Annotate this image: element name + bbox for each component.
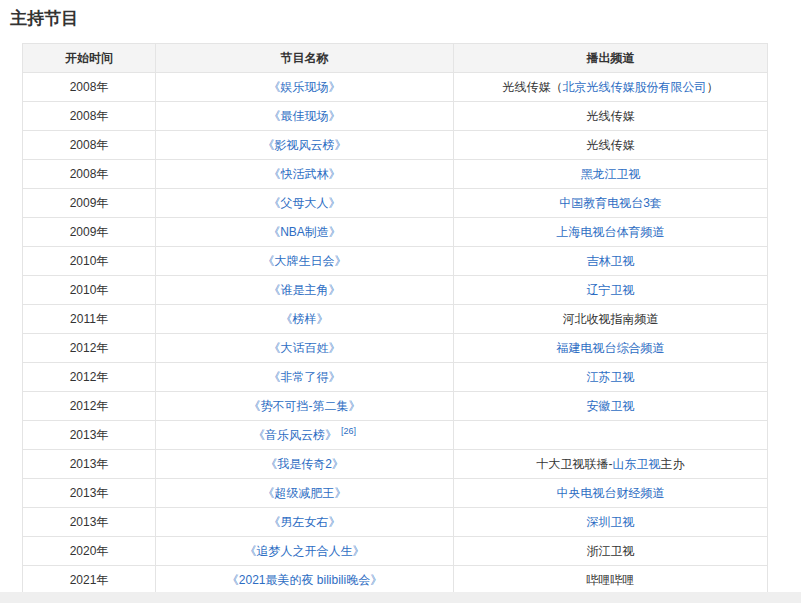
channel-link[interactable]: 上海电视台体育频道 (557, 225, 665, 239)
table-row: 2009年《父母大人》中国教育电视台3套 (23, 189, 768, 218)
cell-program-name: 《娱乐现场》 (156, 73, 454, 102)
table-row: 2012年《非常了得》江苏卫视 (23, 363, 768, 392)
cell-program-name: 《影视风云榜》 (156, 131, 454, 160)
table-row: 2013年《我是传奇2》十大卫视联播-山东卫视主办 (23, 450, 768, 479)
cell-broadcast-channel: 辽宁卫视 (454, 276, 768, 305)
cell-program-name: 《父母大人》 (156, 189, 454, 218)
program-link[interactable]: 《音乐风云榜》 (253, 428, 337, 442)
channel-link[interactable]: 江苏卫视 (587, 370, 635, 384)
cell-start-time: 2008年 (23, 102, 156, 131)
table-row: 2009年《NBA制造》上海电视台体育频道 (23, 218, 768, 247)
program-link[interactable]: 《超级减肥王》 (263, 486, 347, 500)
table-row: 2008年《影视风云榜》光线传媒 (23, 131, 768, 160)
cell-program-name: 《音乐风云榜》[26] (156, 421, 454, 450)
channel-link[interactable]: 中国教育电视台3套 (559, 196, 662, 210)
cell-start-time: 2012年 (23, 363, 156, 392)
cell-broadcast-channel: 光线传媒 (454, 102, 768, 131)
cell-start-time: 2008年 (23, 73, 156, 102)
program-link[interactable]: 《男左女右》 (269, 515, 341, 529)
program-link[interactable]: 《影视风云榜》 (263, 138, 347, 152)
column-header-start-time: 开始时间 (23, 44, 156, 73)
table-row: 2013年《男左女右》深圳卫视 (23, 508, 768, 537)
bottom-strip (0, 592, 801, 603)
cell-broadcast-channel: 上海电视台体育频道 (454, 218, 768, 247)
section-title: 主持节目 (10, 8, 801, 30)
table-row: 2020年《追梦人之开合人生》浙江卫视 (23, 537, 768, 566)
cell-start-time: 2008年 (23, 160, 156, 189)
program-link[interactable]: 《父母大人》 (269, 196, 341, 210)
program-link[interactable]: 《NBA制造》 (268, 225, 341, 239)
channel-text: 十大卫视联播- (537, 457, 613, 471)
cell-program-name: 《大话百姓》 (156, 334, 454, 363)
program-link[interactable]: 《大牌生日会》 (263, 254, 347, 268)
cell-broadcast-channel: 浙江卫视 (454, 537, 768, 566)
program-link[interactable]: 《追梦人之开合人生》 (245, 544, 365, 558)
program-link[interactable]: 《2021最美的夜 bilibili晚会》 (227, 573, 382, 587)
cell-program-name: 《非常了得》 (156, 363, 454, 392)
cell-broadcast-channel: 光线传媒 (454, 131, 768, 160)
cell-start-time: 2013年 (23, 450, 156, 479)
cell-start-time: 2012年 (23, 392, 156, 421)
channel-link[interactable]: 辽宁卫视 (587, 283, 635, 297)
cell-program-name: 《快活武林》 (156, 160, 454, 189)
table-row: 2012年《势不可挡-第二集》安徽卫视 (23, 392, 768, 421)
cell-program-name: 《超级减肥王》 (156, 479, 454, 508)
cell-start-time: 2009年 (23, 189, 156, 218)
channel-text: 河北收视指南频道 (563, 312, 659, 326)
program-link[interactable]: 《榜样》 (281, 312, 329, 326)
channel-link[interactable]: 黑龙江卫视 (581, 167, 641, 181)
channel-link[interactable]: 吉林卫视 (587, 254, 635, 268)
table-row: 2021年《2021最美的夜 bilibili晚会》哔哩哔哩 (23, 566, 768, 595)
cell-start-time: 2013年 (23, 479, 156, 508)
cell-broadcast-channel: 哔哩哔哩 (454, 566, 768, 595)
reference-link[interactable]: [26] (341, 426, 356, 436)
table-row: 2008年《快活武林》黑龙江卫视 (23, 160, 768, 189)
cell-program-name: 《2021最美的夜 bilibili晚会》 (156, 566, 454, 595)
program-link[interactable]: 《势不可挡-第二集》 (249, 399, 361, 413)
cell-broadcast-channel: 吉林卫视 (454, 247, 768, 276)
table-row: 2012年《大话百姓》福建电视台综合频道 (23, 334, 768, 363)
cell-broadcast-channel: 中国教育电视台3套 (454, 189, 768, 218)
channel-link[interactable]: 山东卫视 (613, 457, 661, 471)
program-link[interactable]: 《娱乐现场》 (269, 80, 341, 94)
cell-program-name: 《榜样》 (156, 305, 454, 334)
cell-broadcast-channel: 江苏卫视 (454, 363, 768, 392)
program-link[interactable]: 《最佳现场》 (269, 109, 341, 123)
cell-program-name: 《最佳现场》 (156, 102, 454, 131)
channel-link[interactable]: 安徽卫视 (587, 399, 635, 413)
program-link[interactable]: 《我是传奇2》 (265, 457, 344, 471)
cell-program-name: 《男左女右》 (156, 508, 454, 537)
program-link[interactable]: 《非常了得》 (269, 370, 341, 384)
program-link[interactable]: 《大话百姓》 (269, 341, 341, 355)
cell-start-time: 2020年 (23, 537, 156, 566)
cell-start-time: 2010年 (23, 276, 156, 305)
column-header-broadcast-channel: 播出频道 (454, 44, 768, 73)
channel-text: 光线传媒 (587, 109, 635, 123)
table-row: 2010年《大牌生日会》吉林卫视 (23, 247, 768, 276)
cell-start-time: 2009年 (23, 218, 156, 247)
cell-start-time: 2013年 (23, 508, 156, 537)
cell-broadcast-channel: 黑龙江卫视 (454, 160, 768, 189)
cell-broadcast-channel (454, 421, 768, 450)
channel-text: 主办 (661, 457, 685, 471)
table-header-row: 开始时间 节目名称 播出频道 (23, 44, 768, 73)
channel-link[interactable]: 中央电视台财经频道 (557, 486, 665, 500)
table-row: 2010年《谁是主角》辽宁卫视 (23, 276, 768, 305)
channel-link[interactable]: 北京光线传媒股份有限公司 (563, 80, 707, 94)
cell-broadcast-channel: 深圳卫视 (454, 508, 768, 537)
table-row: 2013年《音乐风云榜》[26] (23, 421, 768, 450)
program-link[interactable]: 《快活武林》 (269, 167, 341, 181)
cell-broadcast-channel: 十大卫视联播-山东卫视主办 (454, 450, 768, 479)
table-row: 2008年《娱乐现场》光线传媒（北京光线传媒股份有限公司） (23, 73, 768, 102)
channel-text: 光线传媒 (587, 138, 635, 152)
cell-program-name: 《谁是主角》 (156, 276, 454, 305)
cell-start-time: 2008年 (23, 131, 156, 160)
table-row: 2008年《最佳现场》光线传媒 (23, 102, 768, 131)
cell-broadcast-channel: 光线传媒（北京光线传媒股份有限公司） (454, 73, 768, 102)
cell-start-time: 2010年 (23, 247, 156, 276)
cell-broadcast-channel: 河北收视指南频道 (454, 305, 768, 334)
program-link[interactable]: 《谁是主角》 (269, 283, 341, 297)
table-row: 2011年《榜样》河北收视指南频道 (23, 305, 768, 334)
channel-link[interactable]: 福建电视台综合频道 (557, 341, 665, 355)
channel-link[interactable]: 深圳卫视 (587, 515, 635, 529)
